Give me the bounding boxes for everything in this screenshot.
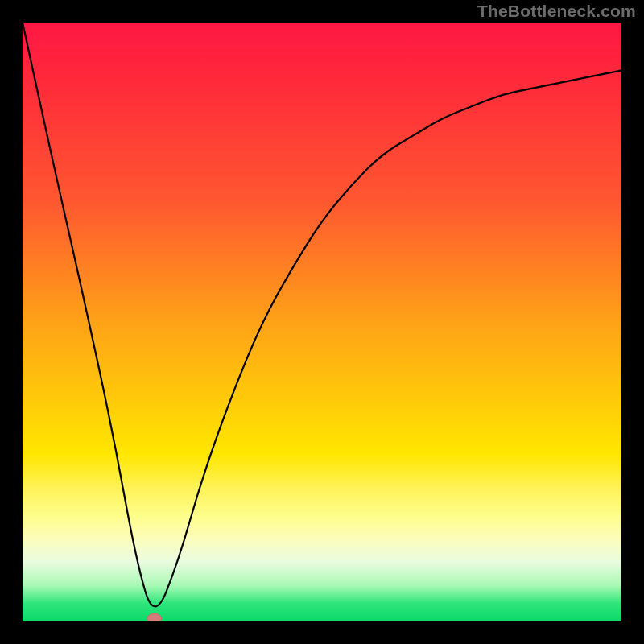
chart-frame	[23, 23, 621, 621]
bottleneck-curve	[23, 23, 621, 606]
chart-svg	[23, 23, 621, 621]
minimum-marker	[147, 613, 162, 621]
watermark-text: TheBottleneck.com	[477, 2, 636, 21]
